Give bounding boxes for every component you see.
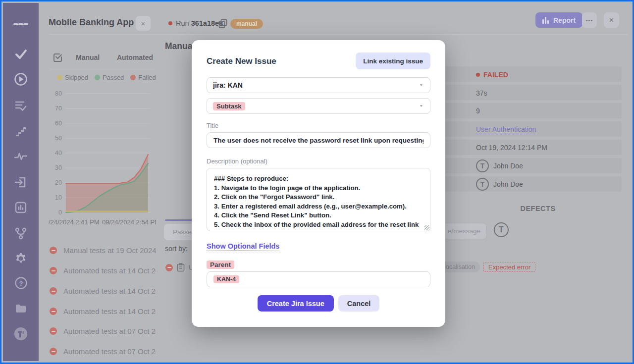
- issue-type-select[interactable]: Subtask ▼: [207, 98, 430, 114]
- report-button[interactable]: Report: [535, 12, 582, 28]
- legend-skipped: Skipped: [57, 74, 88, 81]
- close-icon: ×: [609, 16, 614, 25]
- report-label: Report: [553, 16, 576, 24]
- test-row[interactable]: U: [165, 263, 194, 272]
- failed-minus-icon: [50, 348, 57, 355]
- x-label-left: /24/2024 2:41 PM: [49, 218, 100, 226]
- legend-failed: Failed: [130, 74, 156, 81]
- skipped-dot: [57, 75, 62, 80]
- projects-folder-icon[interactable]: [13, 301, 28, 316]
- link-existing-issue-button[interactable]: Link existing issue: [356, 52, 430, 69]
- chevron-down-icon: ▼: [419, 83, 423, 87]
- run-info: Run 361a18e8: [176, 19, 223, 27]
- show-optional-fields-link[interactable]: Show Optional Fields: [207, 242, 279, 251]
- run-list-item[interactable]: Automated tests at 07 Oct 2024: [50, 327, 156, 335]
- sort-by-label: sort by:: [165, 245, 188, 253]
- copy-icon[interactable]: [218, 19, 227, 30]
- avatar: T: [476, 178, 489, 191]
- tabs-divider: [49, 69, 155, 69]
- cancel-button[interactable]: Cancel: [338, 295, 380, 312]
- modal-actions: Create Jira Issue Cancel: [192, 295, 445, 312]
- duration-value: 37s: [476, 89, 487, 97]
- defects-heading: DEFECTS: [445, 205, 631, 212]
- chart-legend: Skipped Passed Failed: [57, 74, 156, 81]
- import-login-icon[interactable]: [13, 175, 28, 190]
- menu-icon[interactable]: [13, 17, 28, 32]
- failed-dot: [130, 75, 136, 80]
- creator-row: TJohn Doe: [476, 159, 523, 172]
- analytics-chart-icon[interactable]: [13, 200, 28, 215]
- run-trend-chart: [65, 88, 150, 217]
- expected-error-tag[interactable]: Expected error: [483, 262, 535, 272]
- parent-issue-input[interactable]: KAN-4: [207, 271, 430, 287]
- failed-minus-icon: [50, 247, 57, 254]
- sidebar: ?: [3, 3, 39, 361]
- failed-minus-icon: [50, 308, 57, 315]
- avatar: T: [494, 222, 509, 237]
- project-tab[interactable]: Mobile Banking App: [49, 17, 134, 28]
- y-tick-label: 0: [49, 209, 62, 216]
- app-logo-icon[interactable]: [13, 326, 28, 341]
- y-tick-label: 80: [49, 90, 62, 97]
- y-tick-label: 30: [49, 164, 62, 171]
- run-list-item[interactable]: Automated tests at 14 Oct 2024: [50, 307, 156, 315]
- modal-title: Create New Issue: [207, 56, 276, 66]
- passed-dot: [95, 75, 100, 80]
- y-tick-label: 60: [49, 120, 62, 127]
- help-question-icon[interactable]: ?: [13, 275, 28, 290]
- settings-gear-icon[interactable]: [13, 251, 28, 266]
- project-close-button[interactable]: ×: [136, 16, 151, 31]
- run-status-dot: [168, 21, 172, 25]
- run-datetime: Oct 19, 2024 12:14 PM: [476, 144, 547, 152]
- parent-field-label: Parent: [207, 260, 234, 269]
- failed-minus-icon: [50, 267, 57, 274]
- run-list-item[interactable]: Automated tests at 14 Oct 2024: [50, 287, 156, 295]
- chart-y-axis: 01020304050607080: [49, 88, 62, 217]
- steps-stairs-icon[interactable]: [13, 123, 28, 138]
- chevron-down-icon: ▼: [419, 104, 423, 107]
- bar-chart-icon: [542, 17, 550, 24]
- y-tick-label: 10: [49, 194, 62, 201]
- y-tick-label: 40: [49, 150, 62, 156]
- run-list-item[interactable]: Automated tests at 07 Oct 2024: [50, 347, 156, 356]
- tab-manual[interactable]: Manual: [76, 53, 100, 61]
- issue-type-value: Subtask: [213, 102, 245, 110]
- test-count-value: 9: [476, 107, 480, 115]
- close-run-button[interactable]: ×: [604, 12, 619, 28]
- runs-play-icon[interactable]: [13, 72, 28, 87]
- issue-title-input[interactable]: [207, 132, 430, 148]
- title-label: Title: [207, 122, 218, 129]
- project-select[interactable]: jira: KAN ▼: [207, 77, 430, 93]
- header-divider: [49, 34, 628, 35]
- failed-minus-icon: [50, 287, 57, 295]
- app-window: ? Mobile Banking App × Run 361a18e8 manu…: [0, 0, 634, 364]
- run-type-badge: manual: [230, 19, 263, 28]
- parent-issue-value: KAN-4: [213, 275, 239, 283]
- checklist-icon[interactable]: [13, 98, 28, 113]
- close-icon: ×: [141, 19, 146, 28]
- legend-passed: Passed: [95, 74, 124, 81]
- run-label: Run: [176, 19, 189, 27]
- resize-grip[interactable]: [424, 225, 429, 230]
- description-label: Description (optional): [207, 157, 267, 165]
- clipboard-icon: [177, 263, 185, 272]
- status-badge: FAILED: [476, 71, 508, 79]
- suite-link[interactable]: User Authentication: [476, 125, 536, 133]
- tests-check-icon[interactable]: [13, 47, 28, 61]
- avatar: T: [476, 159, 489, 172]
- x-label-right: 09/24/2024 2:54 PM: [102, 218, 156, 226]
- create-issue-modal: Create New Issue Link existing issue jir…: [192, 40, 445, 327]
- description-textarea[interactable]: ### Steps to reproduce: 1. Navigate to t…: [207, 168, 430, 231]
- run-list-item[interactable]: Manual tests at 19 Oct 2024: [50, 246, 156, 255]
- create-jira-issue-button[interactable]: Create Jira Issue: [258, 295, 334, 312]
- select-all-checkbox-icon[interactable]: [53, 52, 63, 64]
- y-tick-label: 70: [49, 105, 62, 112]
- more-options-button[interactable]: •••: [582, 12, 597, 28]
- run-list-item[interactable]: Automated tests at 14 Oct 2024: [50, 266, 156, 275]
- svg-text:?: ?: [19, 279, 23, 287]
- tab-automated[interactable]: Automated: [117, 53, 153, 61]
- branch-git-icon[interactable]: [13, 226, 28, 241]
- pulse-activity-icon[interactable]: [13, 149, 28, 164]
- chart-x-axis: /24/2024 2:41 PM 09/24/2024 2:54 PM: [49, 218, 156, 226]
- y-tick-label: 50: [49, 135, 62, 142]
